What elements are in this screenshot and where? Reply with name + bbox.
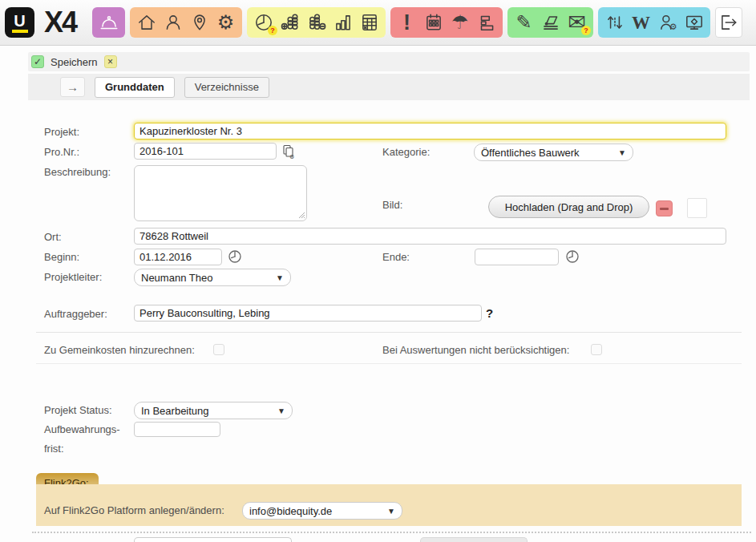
projekt-input[interactable] [134,123,726,140]
cut-off-button[interactable] [420,537,528,542]
absence-button[interactable]: ☂ [447,9,473,36]
sort-arrows-icon [604,12,625,33]
gemeinkosten-label: Zu Gemeinkosten hinzurechnen: [44,344,195,356]
alerts-button[interactable]: ! [394,9,420,36]
location-pin-icon [189,12,210,33]
auftraggeber-input[interactable] [134,305,482,322]
image-preview-box [687,198,707,218]
cloche-menu-button[interactable] [95,9,122,36]
locations-button[interactable] [186,9,212,36]
aufbewahrungsfrist-label-line1: Aufbewahrungs- [44,423,120,435]
tab-verzeichnisse[interactable]: Verzeichnisse [184,77,269,98]
time-tracking-button[interactable]: ? [250,9,277,36]
umbrella-icon: ☂ [451,13,469,32]
expense-button[interactable] [303,9,329,36]
toolbar-group-editing: ✎ ✉ ? [507,7,593,38]
auftraggeber-label: Auftraggeber: [44,308,107,320]
user-settings-button[interactable]: ⚙ [654,9,681,36]
cancel-save-button[interactable]: × [104,55,117,68]
word-export-button[interactable]: W [628,9,654,36]
beschreibung-label: Beschreibung: [44,166,111,178]
pro-nr-label: Pro.Nr.: [44,146,79,158]
projekt-status-select[interactable]: In Bearbeitung ▼ [134,402,293,419]
signature-button[interactable] [537,9,564,36]
minus-icon [660,208,669,210]
arrow-right-icon: → [67,80,79,94]
product-logotype: X4 [44,6,76,39]
ende-input[interactable] [475,249,559,265]
beginn-input[interactable] [134,249,222,265]
save-label: Speichern [51,56,98,68]
home-icon [136,12,157,33]
beschreibung-textarea[interactable] [134,165,307,221]
copy-gear-icon: ⚙ [281,144,296,159]
logout-icon [718,12,739,33]
calendar-button[interactable] [420,9,447,36]
flink2go-account-value: info@bidequity.de [249,505,332,517]
cloche-icon [99,12,119,33]
kategorie-value: Öffentliches Bauwerk [481,147,580,159]
aufbewahrungsfrist-input[interactable] [134,422,220,437]
forward-nav-button[interactable]: → [60,77,85,97]
save-header: ✓ Speichern × [28,52,750,71]
calculator-button[interactable] [356,9,382,36]
logo-underline [12,30,28,33]
income-button[interactable] [277,9,303,36]
calculator-icon [359,12,380,33]
projekt-status-value: In Bearbeitung [141,405,209,417]
dotted-divider [32,532,751,533]
ende-time-button[interactable] [565,249,580,267]
section-divider [36,363,742,364]
bild-label: Bild: [382,199,402,211]
flink2go-platform-label: Auf Flink2Go Platform anlegen/ändern: [44,504,224,516]
beginn-time-button[interactable] [228,249,242,267]
aufbewahrungsfrist-label-line2: frist: [44,443,64,455]
beginn-label: Beginn: [44,251,79,263]
ort-label: Ort: [44,231,62,243]
planning-button[interactable] [473,9,499,36]
auswertungen-checkbox[interactable] [591,344,602,355]
chevron-down-icon: ▼ [277,406,285,415]
sort-button[interactable] [601,9,628,36]
pro-nr-input[interactable] [134,143,277,160]
signature-icon [540,12,561,33]
edit-button[interactable]: ✎ [511,9,537,36]
chevron-down-icon: ▼ [276,273,284,282]
kategorie-select[interactable]: Öffentliches Bauwerk ▼ [474,144,633,161]
toolbar-group-navigation: ⚙ [130,7,242,38]
mail-button[interactable]: ✉ ? [564,9,590,36]
close-icon: × [107,56,113,67]
clock-icon [565,249,580,264]
upload-button[interactable]: Hochladen (Drag and Drop) [488,196,649,218]
cut-off-input[interactable] [134,537,292,542]
contacts-button[interactable] [160,9,186,36]
logo-letter: U [14,13,25,29]
flink2go-account-select[interactable]: info@bidequity.de ▼ [242,502,402,520]
svg-text:⚙: ⚙ [289,154,294,160]
projektleiter-value: Neumann Theo [141,272,212,284]
auftraggeber-help-button[interactable]: ? [486,306,493,320]
projektleiter-select[interactable]: Neumann Theo ▼ [134,269,291,286]
toolbar-group-menu [92,7,125,38]
app-logo[interactable]: U [5,7,34,38]
remove-image-button[interactable] [656,200,673,216]
chevron-down-icon: ▼ [387,507,395,516]
tab-grunddaten[interactable]: Grunddaten [95,77,175,98]
bar-chart-icon [333,12,354,33]
confirm-save-button[interactable]: ✓ [31,55,44,68]
auswertungen-label: Bei Auswertungen nicht berücksichtigen: [382,344,569,356]
gear-icon: ⚙ [217,13,235,32]
remote-desktop-button[interactable] [681,9,707,36]
upload-label: Hochladen (Drag and Drop) [505,201,633,213]
statistics-button[interactable] [329,9,356,36]
logout-button[interactable] [715,7,742,38]
pencil-icon: ✎ [515,13,532,32]
home-button[interactable] [133,9,160,36]
auto-number-button[interactable]: ⚙ [281,144,296,162]
person-icon [163,12,184,33]
stacked-bars-icon [476,12,497,33]
ort-input[interactable] [134,228,726,245]
gemeinkosten-checkbox[interactable] [213,344,224,355]
settings-button[interactable]: ⚙ [212,9,239,36]
projekt-status-label: Projekt Status: [44,404,112,416]
